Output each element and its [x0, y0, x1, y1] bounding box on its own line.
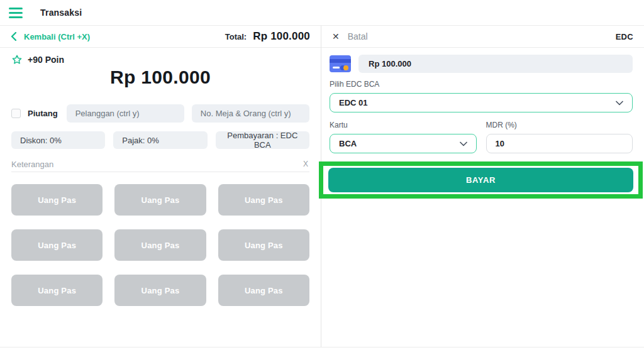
adjustments-row: Diskon: 0% Pajak: 0% Pembayaran : EDC BC…: [11, 131, 309, 149]
edc-mode-badge: EDC: [616, 32, 633, 41]
top-bar: Transaksi: [0, 0, 644, 26]
mdr-input[interactable]: [486, 134, 633, 153]
highlight-annotation-box: BAYAR: [319, 161, 643, 199]
note-row: X: [11, 156, 309, 172]
quick-cash-button[interactable]: Uang Pas: [11, 229, 103, 261]
edc-select-label: Pilih EDC BCA: [330, 80, 633, 89]
card-select-value: BCA: [339, 139, 460, 148]
pos-app: Transaksi Kembali (Ctrl +X) Total: Rp 10…: [0, 0, 644, 350]
card-select-label: Kartu: [330, 121, 477, 129]
edc-select-value: EDC 01: [339, 98, 616, 107]
chevron-left-icon: [11, 32, 16, 41]
pay-button[interactable]: BAYAR: [328, 168, 633, 192]
quick-cash-button[interactable]: Uang Pas: [114, 184, 206, 216]
chevron-down-icon: [460, 141, 467, 146]
quick-cash-button[interactable]: Uang Pas: [218, 275, 309, 306]
tax-button[interactable]: Pajak: 0%: [113, 131, 207, 149]
transaction-panel: Kembali (Ctrl +X) Total: Rp 100.000 +90 …: [0, 26, 321, 347]
payment-amount-field[interactable]: Rp 100.000: [358, 55, 633, 73]
quick-cash-button[interactable]: Uang Pas: [218, 184, 309, 216]
star-icon: [11, 54, 23, 65]
payment-method-button[interactable]: Pembayaran : EDC BCA: [216, 131, 309, 149]
right-panel-header: ✕ Batal EDC: [321, 26, 644, 48]
close-icon: ✕: [332, 31, 340, 41]
note-input[interactable]: [11, 160, 302, 169]
card-select[interactable]: BCA: [330, 134, 477, 153]
main-area: Kembali (Ctrl +X) Total: Rp 100.000 +90 …: [0, 26, 644, 347]
chevron-down-icon: [616, 101, 623, 106]
table-field[interactable]: No. Meja & Orang (ctrl y): [192, 104, 309, 123]
total-value: Rp 100.000: [253, 30, 310, 43]
customer-field[interactable]: Pelanggan (ctrl y): [67, 104, 184, 123]
cancel-label: Batal: [348, 31, 368, 41]
points-label: +90 Poin: [28, 55, 64, 65]
card-type-group: Kartu BCA: [330, 121, 477, 153]
cancel-button[interactable]: ✕ Batal: [332, 31, 368, 41]
customer-row: Piutang Pelanggan (ctrl y) No. Meja & Or…: [11, 104, 309, 123]
piutang-checkbox[interactable]: [11, 109, 21, 118]
quick-cash-grid: Uang Pas Uang Pas Uang Pas Uang Pas Uang…: [11, 184, 309, 306]
credit-card-icon: [330, 55, 351, 72]
menu-icon[interactable]: [9, 8, 24, 18]
discount-button[interactable]: Diskon: 0%: [11, 131, 105, 149]
mdr-input-label: MDR (%): [486, 121, 633, 129]
quick-cash-button[interactable]: Uang Pas: [114, 275, 206, 306]
page-title: Transaksi: [40, 8, 82, 18]
payment-panel: ✕ Batal EDC Rp 100.000 Pilih EDC BCA EDC…: [321, 26, 644, 347]
points-row: +90 Poin: [11, 54, 309, 65]
back-label: Kembali (Ctrl +X): [24, 32, 90, 41]
left-panel-header: Kembali (Ctrl +X) Total: Rp 100.000: [0, 26, 321, 48]
quick-cash-button[interactable]: Uang Pas: [114, 229, 206, 261]
quick-cash-button[interactable]: Uang Pas: [218, 229, 309, 261]
quick-cash-button[interactable]: Uang Pas: [11, 184, 103, 216]
back-button[interactable]: Kembali (Ctrl +X): [11, 32, 90, 41]
note-clear-button[interactable]: X: [302, 160, 309, 168]
edc-select[interactable]: EDC 01: [330, 93, 633, 112]
amount-display: Rp 100.000: [11, 67, 309, 88]
total-label: Total:: [225, 32, 247, 41]
mdr-group: MDR (%): [486, 121, 633, 153]
quick-cash-button[interactable]: Uang Pas: [11, 275, 103, 306]
piutang-label: Piutang: [28, 109, 58, 118]
payment-amount-row: Rp 100.000: [330, 55, 633, 73]
